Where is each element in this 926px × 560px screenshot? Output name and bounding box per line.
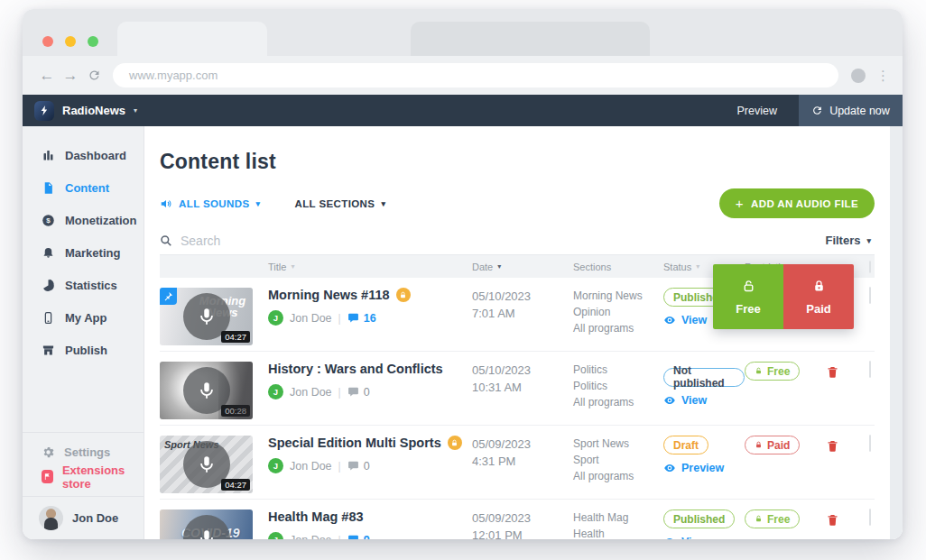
sidebar-item-statistics[interactable]: Statistics <box>23 269 144 301</box>
comment-icon <box>347 534 359 539</box>
eye-icon <box>663 394 676 407</box>
comments-count[interactable]: 0 <box>347 386 370 399</box>
audio-title[interactable]: Morning News #118 <box>268 288 390 302</box>
publish-date: 05/10/20237:01 AM <box>472 288 573 351</box>
comments-count[interactable]: 16 <box>347 312 376 325</box>
paid-lock-icon <box>448 436 462 450</box>
close-window-button[interactable] <box>42 36 53 47</box>
audio-title[interactable]: Special Edition Multi Sports <box>268 436 441 450</box>
user-menu[interactable]: Jon Doe <box>23 496 144 539</box>
table-row: COVID-19 Health Mag #83 J Jon Doe <box>160 500 875 539</box>
lock-icon <box>755 441 763 449</box>
sidebar-item-extensions-store[interactable]: Extensions store <box>23 464 144 489</box>
speaker-icon <box>160 197 172 210</box>
brand-menu[interactable]: RadioNews ▾ <box>23 101 137 121</box>
browser-profile-icon[interactable] <box>851 69 866 83</box>
sidebar-item-settings[interactable]: Settings <box>23 440 144 464</box>
caret-down-icon: ▾ <box>866 236 871 245</box>
unlock-icon <box>755 367 763 375</box>
table-row: 00:28 History : Wars and Conflicts J Jon… <box>160 352 875 426</box>
delete-button[interactable] <box>826 364 839 380</box>
comments-count[interactable]: 0 <box>347 460 370 473</box>
browser-tab-inactive[interactable] <box>411 22 650 56</box>
update-now-button[interactable]: Update now <box>799 95 903 126</box>
sections-list: Sport News Sport All programs <box>573 436 663 499</box>
comment-icon <box>347 312 359 324</box>
restriction-badge: Free <box>745 510 800 528</box>
address-bar[interactable]: www.myapp.com <box>113 63 838 87</box>
storefront-icon <box>42 344 55 357</box>
sidebar-item-dashboard[interactable]: Dashboard <box>23 139 144 171</box>
sidebar-item-content[interactable]: Content <box>23 171 144 204</box>
browser-menu-icon[interactable]: ⋮ <box>876 68 890 84</box>
restriction-paid-button[interactable]: Paid <box>783 264 854 329</box>
audio-thumbnail[interactable]: Sport News 04:27 <box>160 436 253 493</box>
audio-thumbnail[interactable]: Morning News 04:27 <box>160 288 253 345</box>
audio-thumbnail[interactable]: 00:28 <box>160 362 253 419</box>
back-icon[interactable]: ← <box>35 67 59 85</box>
select-all-checkbox[interactable] <box>869 261 871 273</box>
duration-badge: 04:27 <box>221 479 250 491</box>
pin-icon <box>160 288 177 305</box>
duration-badge: 00:28 <box>221 405 250 417</box>
search-input[interactable] <box>181 234 825 248</box>
author-avatar: J <box>268 458 283 473</box>
duration-badge: 04:27 <box>221 331 250 343</box>
refresh-icon[interactable] <box>82 69 106 82</box>
pie-chart-icon <box>42 279 55 292</box>
brand-name: RadioNews <box>62 104 125 117</box>
delete-button[interactable] <box>826 438 839 454</box>
sidebar-item-marketing[interactable]: Marketing <box>23 236 144 269</box>
extensions-store-icon <box>42 470 53 483</box>
search-icon <box>160 234 172 247</box>
forward-icon[interactable]: → <box>59 67 82 85</box>
lock-icon <box>811 279 827 294</box>
avatar <box>39 506 63 530</box>
author-avatar: J <box>268 384 283 399</box>
scrollbar[interactable] <box>890 126 903 539</box>
document-icon <box>42 181 55 195</box>
sidebar-item-my-app[interactable]: My App <box>23 301 144 334</box>
sections-filter[interactable]: ALL SECTIONS ▾ <box>294 198 385 209</box>
sidebar: Dashboard Content $ Monetization Marketi… <box>23 126 144 539</box>
audio-title[interactable]: Health Mag #83 <box>268 510 364 524</box>
sidebar-item-monetization[interactable]: $ Monetization <box>23 204 144 236</box>
view-link[interactable]: View <box>663 536 745 539</box>
sections-list: Politics Politics All programs <box>573 362 663 425</box>
browser-tab-active[interactable] <box>117 22 267 56</box>
comments-count[interactable]: 9 <box>347 534 370 540</box>
view-link[interactable]: View <box>663 394 745 407</box>
filters-dropdown[interactable]: Filters ▾ <box>825 234 875 247</box>
maximize-window-button[interactable] <box>88 36 98 47</box>
row-checkbox[interactable] <box>869 361 871 378</box>
eye-icon <box>663 462 676 474</box>
microphone-icon <box>183 367 230 414</box>
window-controls <box>42 36 98 47</box>
svg-text:$: $ <box>46 216 51 225</box>
add-audio-file-button[interactable]: + ADD AN AUDIO FILE <box>719 188 875 218</box>
audio-title[interactable]: History : Wars and Conflicts <box>268 362 443 376</box>
audio-thumbnail[interactable]: COVID-19 <box>160 510 253 539</box>
minimize-window-button[interactable] <box>65 36 76 47</box>
sidebar-item-publish[interactable]: Publish <box>23 334 144 366</box>
user-name: Jon Doe <box>72 511 118 525</box>
row-checkbox[interactable] <box>869 435 871 452</box>
paid-lock-icon <box>396 288 411 302</box>
preview-link[interactable]: Preview <box>663 462 745 474</box>
row-checkbox[interactable] <box>869 509 871 526</box>
chevron-down-icon: ▾ <box>134 106 137 115</box>
eye-icon <box>663 314 676 326</box>
preview-button[interactable]: Preview <box>716 105 799 117</box>
column-date[interactable]: Date▾ <box>472 262 573 272</box>
publish-date: 05/09/202312:01 PM <box>472 510 573 539</box>
app-logo-icon <box>34 101 54 121</box>
delete-button[interactable] <box>826 512 839 528</box>
sort-caret-icon: ▾ <box>291 262 294 271</box>
sound-type-filter[interactable]: ALL SOUNDS ▾ <box>160 197 260 210</box>
column-title[interactable]: Title▾ <box>268 262 472 272</box>
row-checkbox[interactable] <box>869 287 871 304</box>
restriction-free-button[interactable]: Free <box>713 264 783 329</box>
page-background: ← → www.myapp.com ⋮ RadioNews ▾ Preview <box>0 0 926 560</box>
restriction-picker: Free Paid <box>713 264 854 329</box>
status-badge: Published <box>663 510 735 528</box>
